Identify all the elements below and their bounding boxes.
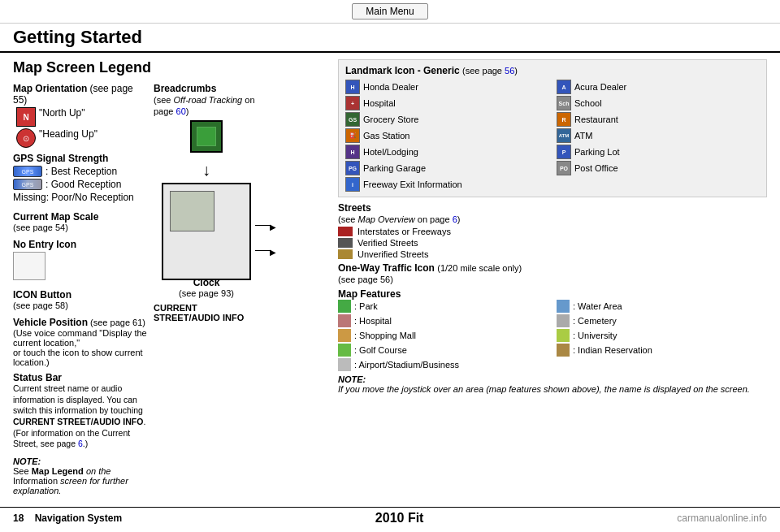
status-bar-section: Status Bar Current street name or audio … xyxy=(13,372,147,450)
one-way-section: One-Way Traffic Icon (1/20 mile scale on… xyxy=(338,262,767,285)
icon-button-section: ICON Button (see page 58) xyxy=(13,289,147,310)
heading-up-row: ⊙ "Heading Up" xyxy=(16,128,147,148)
post-office-icon: PO xyxy=(557,161,571,175)
center-diagram: Breadcrumbs (see Off-road Tracking on pa… xyxy=(154,83,259,495)
landmark-school: Sch School xyxy=(557,96,760,110)
map-orientation-title: Map Orientation xyxy=(13,83,87,94)
interstate-row: Interstates or Freeways xyxy=(338,227,767,236)
gas-station-icon: ⛽ xyxy=(345,128,360,143)
feature-water: : Water Area xyxy=(557,300,767,313)
airport-color xyxy=(338,358,351,371)
landmark-grid: H Honda Dealer A Acura Dealer + Hospital… xyxy=(345,80,760,192)
page-number: 18 xyxy=(13,513,24,524)
content-area: Map Screen Legend Map Orientation (see p… xyxy=(0,59,780,495)
school-icon: Sch xyxy=(557,96,571,110)
landmark-honda-dealer: H Honda Dealer xyxy=(345,80,548,94)
clock-pageref: (see page 93) xyxy=(154,288,259,298)
north-up-row: N "North Up" xyxy=(16,107,147,127)
park-label: : Park xyxy=(354,301,378,311)
map-orientation-section: Map Orientation (see page 55) N "North U… xyxy=(13,83,147,148)
park-color xyxy=(338,300,351,313)
landmark-post-office: PO Post Office xyxy=(557,161,760,175)
landmark-grocery: GS Grocery Store xyxy=(345,112,548,127)
landmark-atm: ATM ATM xyxy=(557,128,760,143)
heading-up-label: "Heading Up" xyxy=(39,128,98,140)
feature-golf: : Golf Course xyxy=(338,344,548,357)
gas-station-label: Gas Station xyxy=(363,131,410,141)
current-street-section: CURRENT STREET/AUDIO INFO xyxy=(154,303,259,322)
current-map-scale-section: Current Map Scale (see page 54) xyxy=(13,211,147,232)
horiz-arrow2: ▶ xyxy=(255,250,271,251)
section-title: Map Screen Legend xyxy=(13,59,330,76)
gps-good-label: : Good Reception xyxy=(46,179,121,190)
feature-hospital: : Hospital xyxy=(338,314,548,327)
left-column: Map Screen Legend Map Orientation (see p… xyxy=(13,59,330,495)
interstate-label: Interstates or Freeways xyxy=(358,227,451,236)
note-label: NOTE: xyxy=(13,456,147,466)
restaurant-label: Restaurant xyxy=(574,115,618,124)
inner-map-section xyxy=(170,191,214,231)
parking-garage-label: Parking Garage xyxy=(363,163,426,173)
gps-title: GPS Signal Strength xyxy=(13,153,147,164)
orientation-options: N "North Up" ⊙ "Heading Up" xyxy=(16,107,147,148)
airport-label: : Airport/Stadium/Business xyxy=(354,360,459,370)
no-entry-section: No Entry Icon xyxy=(13,239,147,283)
atm-icon: ATM xyxy=(557,128,571,143)
map-features-grid: : Park : Water Area : Hospital : Cemeter… xyxy=(338,300,767,371)
top-menu-bar: Main Menu xyxy=(0,0,780,24)
one-way-pageref: (see page 56) xyxy=(338,275,393,284)
map-diagram: Map Orientation (see page 55) N "North U… xyxy=(13,83,330,495)
parking-lot-icon: P xyxy=(557,145,571,159)
right-column: Landmark Icon - Generic (see page 56) H … xyxy=(338,59,767,495)
verified-row: Verified Streets xyxy=(338,238,767,248)
landmark-header: Landmark Icon - Generic (see page 56) xyxy=(345,65,760,76)
north-up-label: "North Up" xyxy=(39,107,85,119)
map-scale-title: Current Map Scale xyxy=(13,211,98,223)
verified-color xyxy=(338,238,353,248)
note-right-label: NOTE: xyxy=(338,374,767,384)
horiz-arrow1: ▶ xyxy=(255,225,271,226)
landmark-gas-station: ⛽ Gas Station xyxy=(345,128,548,143)
down-arrow: ↓ xyxy=(154,161,259,179)
acura-dealer-label: Acura Dealer xyxy=(574,82,626,92)
atm-label: ATM xyxy=(574,131,592,141)
map-scale-pageref: (see page 54) xyxy=(13,223,147,232)
streets-section: Streets (see Map Overview on page 6) Int… xyxy=(338,202,767,259)
hotel-icon: H xyxy=(345,145,360,159)
gps-best-icon: GPS xyxy=(13,166,42,177)
landmark-freeway: i Freeway Exit Information xyxy=(345,177,760,192)
reservation-color xyxy=(557,344,570,357)
streets-title: Streets xyxy=(338,202,371,214)
vehicle-position-section: Vehicle Position (see page 61) (Use voic… xyxy=(13,317,147,367)
heading-up-icon: ⊙ xyxy=(16,128,36,148)
main-menu-button[interactable]: Main Menu xyxy=(352,3,427,19)
landmark-section: Landmark Icon - Generic (see page 56) H … xyxy=(338,59,767,197)
vehicle-pos-pageref: (see page 61) xyxy=(88,318,145,327)
feature-reservation: : Indian Reservation xyxy=(557,344,767,357)
north-up-icon: N xyxy=(16,107,36,127)
landmark-hotel: H Hotel/Lodging xyxy=(345,145,548,159)
footer-left: 18 Navigation System xyxy=(13,513,122,524)
vehicle-pos-title: Vehicle Position xyxy=(13,317,88,328)
status-bar-desc: Current street name or audio information… xyxy=(13,383,147,450)
vehicle-pos-desc2: or touch the icon to show current locati… xyxy=(13,348,147,367)
gps-missing-row: Missing: Poor/No Reception xyxy=(13,192,147,203)
map-box xyxy=(162,183,251,280)
honda-dealer-icon: H xyxy=(345,80,360,94)
streets-pageref: (see Map Overview on page 6) xyxy=(338,214,460,224)
landmark-hospital: + Hospital xyxy=(345,96,548,110)
verified-label: Verified Streets xyxy=(358,238,418,248)
parking-garage-icon: PG xyxy=(345,161,360,175)
gps-good-row: GPS : Good Reception xyxy=(13,179,147,190)
one-way-title: One-Way Traffic Icon xyxy=(338,262,435,274)
breadcrumbs-section: Breadcrumbs (see Off-road Tracking on pa… xyxy=(154,83,259,117)
university-label: : University xyxy=(573,331,617,340)
current-street-label: CURRENT STREET/AUDIO INFO xyxy=(154,303,259,322)
feature-park: : Park xyxy=(338,300,548,313)
footer-center: 2010 Fit xyxy=(375,511,424,526)
golf-color xyxy=(338,344,351,357)
post-office-label: Post Office xyxy=(574,163,618,173)
icon-button-pageref: (see page 58) xyxy=(13,301,147,310)
landmark-pageref: (see page 56) xyxy=(462,66,518,76)
icon-button-title: ICON Button xyxy=(13,289,72,301)
